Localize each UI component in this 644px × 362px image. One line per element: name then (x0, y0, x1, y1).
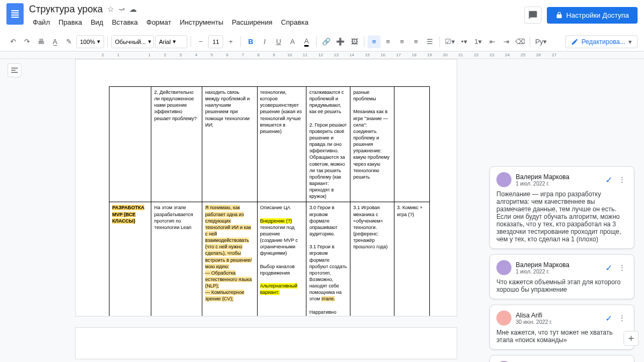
comment-card[interactable]: Alisa Arifi 30 июн. 2022 г. ✓ ⋮ Мне каже… (489, 305, 634, 350)
table-cell[interactable]: находить связь между проблемой и наилучш… (202, 87, 257, 202)
table-cell[interactable]: РАЗРАБОТКА MVP (ВСЕ КЛАССЫ) (109, 202, 151, 316)
menu-format[interactable]: Формат (143, 16, 175, 28)
highlight-button[interactable]: A (300, 35, 313, 48)
star-icon[interactable]: ☆ (107, 5, 114, 13)
input-tools-button[interactable]: Py▾ (533, 35, 548, 48)
zoom-select[interactable]: 100%▾ (76, 35, 104, 48)
align-right-button[interactable]: ≡ (396, 35, 408, 48)
insert-comment-button[interactable]: ➕ (334, 35, 347, 48)
spellcheck-button[interactable]: A̲ (48, 35, 61, 48)
undo-button[interactable]: ↶ (6, 35, 19, 48)
comment-text: Пожелание — игра про разработку алгоритм… (496, 190, 627, 243)
comment-author: Валерия Маркова (516, 173, 601, 181)
align-justify-button[interactable]: ≡ (409, 35, 422, 48)
comments-panel: Валерия Маркова 1 июл. 2022 г. ✓ ⋮ Пожел… (489, 166, 634, 362)
plus-icon (627, 334, 635, 343)
line-spacing-button[interactable]: ☰ (423, 35, 436, 48)
menu-view[interactable]: Вид (87, 16, 107, 28)
toolbar: ↶ ↷ 🖶 A̲ ✎ 100%▾ Обычный...▾ Arial▾ − 11… (0, 32, 644, 51)
table-cell[interactable]: 3.1 Игровая механика с «обучением» техно… (350, 202, 394, 316)
table-cell[interactable]: Я понимаю, как работает одна из следующи… (202, 202, 257, 316)
table-cell[interactable]: Описание ЦА Внедрение (?) технологии под… (257, 202, 306, 316)
open-comments-button[interactable] (524, 6, 541, 24)
comment-card[interactable]: Валерия Маркова 30 июн. 2022 г. (489, 355, 634, 362)
paint-format-button[interactable]: ✎ (62, 35, 75, 48)
paragraph-style-select[interactable]: Обычный...▾ (111, 35, 154, 48)
table-cell[interactable]: разные проблемы Механика как в игре "зна… (350, 87, 394, 202)
numbered-list-button[interactable]: 1▾ (472, 35, 485, 48)
text-color-button[interactable]: A (286, 35, 299, 48)
indent-increase-button[interactable]: ⇥ (500, 35, 513, 48)
menu-file[interactable]: Файл (29, 16, 54, 28)
font-select[interactable]: Arial▾ (155, 35, 187, 48)
table-cell[interactable]: технологии, которое усовершенствует реше… (257, 87, 306, 202)
comment-date: 1 июл. 2022 г. (516, 181, 601, 187)
avatar (496, 260, 511, 275)
bold-button[interactable]: B (244, 35, 257, 48)
align-left-button[interactable]: ≡ (368, 35, 380, 48)
italic-button[interactable]: I (258, 35, 271, 48)
menu-help[interactable]: Справка (277, 16, 312, 28)
menu-extensions[interactable]: Расширения (228, 16, 276, 28)
outline-icon (10, 66, 19, 75)
underline-button[interactable]: U (272, 35, 285, 48)
document-title[interactable]: Структура урока (29, 4, 103, 15)
content-table[interactable]: 2. Действительно ли предложенное нами ре… (109, 86, 430, 316)
menu-bar: Файл Правка Вид Вставка Формат Инструмен… (29, 16, 524, 28)
menu-insert[interactable]: Вставка (108, 16, 141, 28)
editing-mode-select[interactable]: Редактирова...▾ (565, 35, 638, 48)
lock-icon (555, 11, 563, 19)
font-size-increase[interactable]: + (224, 35, 237, 48)
table-cell[interactable]: На этом этапе разрабатывается прототип п… (151, 202, 202, 316)
comment-author: Alisa Arifi (516, 312, 601, 319)
insert-image-button[interactable]: 🖼 (348, 35, 361, 48)
comment-author: Валерия Маркова (516, 261, 601, 269)
table-row[interactable]: 2. Действительно ли предложенное нами ре… (109, 87, 430, 202)
comment-card[interactable]: Валерия Маркова 1 июл. 2022 г. ✓ ⋮ Пожел… (489, 166, 634, 249)
clear-formatting-button[interactable]: ⌫ (514, 35, 526, 48)
resolve-button[interactable]: ✓ (605, 175, 612, 185)
cloud-saved-icon: ☁ (129, 5, 137, 13)
table-cell[interactable]: сталкиваются с проблемой и придумывают, … (306, 87, 350, 202)
resolve-button[interactable]: ✓ (605, 263, 612, 273)
resolve-button[interactable]: ✓ (605, 313, 612, 323)
pencil-icon (571, 38, 579, 46)
share-button[interactable]: Настройки Доступа (547, 7, 638, 24)
add-comment-fab[interactable] (624, 331, 639, 346)
align-center-button[interactable]: ≡ (382, 35, 394, 48)
menu-edit[interactable]: Правка (55, 16, 86, 28)
redo-button[interactable]: ↷ (20, 35, 33, 48)
table-cell[interactable]: 2. Действительно ли предложенное нами ре… (151, 87, 202, 202)
share-label: Настройки Доступа (566, 11, 629, 19)
insert-link-button[interactable]: 🔗 (320, 35, 333, 48)
avatar (496, 311, 511, 326)
comment-more-icon[interactable]: ⋮ (617, 264, 627, 271)
checklist-button[interactable]: ☑▾ (443, 35, 457, 48)
document-page[interactable]: 2. Действительно ли предложенное нами ре… (75, 59, 457, 316)
document-page-next[interactable] (75, 327, 457, 359)
avatar (496, 172, 511, 187)
comment-more-icon[interactable]: ⋮ (617, 176, 627, 183)
horizontal-ruler[interactable]: 2112345678910111213141516171819202122232… (0, 51, 644, 59)
print-button[interactable]: 🖶 (34, 35, 47, 48)
table-cell[interactable]: 3. Комикс + игра (?) (394, 202, 429, 316)
table-row[interactable]: РАЗРАБОТКА MVP (ВСЕ КЛАССЫ) На этом этап… (109, 202, 430, 316)
document-outline-button[interactable] (8, 63, 21, 77)
comment-date: 1 июл. 2022 г. (516, 269, 601, 275)
font-size-decrease[interactable]: − (194, 35, 207, 48)
menu-tools[interactable]: Инструменты (176, 16, 227, 28)
comment-icon (528, 10, 538, 20)
comment-more-icon[interactable]: ⋮ (617, 314, 627, 322)
move-icon[interactable]: ⤻ (119, 5, 125, 13)
comment-text: Что кажется объемный этап для которого х… (496, 278, 627, 293)
comment-date: 30 июн. 2022 г. (516, 319, 601, 325)
bulleted-list-button[interactable]: •▾ (458, 35, 471, 48)
docs-app-icon[interactable] (6, 3, 24, 25)
font-size-input[interactable]: 11 (208, 35, 223, 48)
indent-decrease-button[interactable]: ⇤ (486, 35, 499, 48)
comment-text: Мне кажется, что тут может не хватать эт… (496, 329, 627, 344)
table-cell[interactable]: 3.0 Герои в игровом формате опрашивают а… (306, 202, 350, 316)
comment-card[interactable]: Валерия Маркова 1 июл. 2022 г. ✓ ⋮ Что к… (489, 254, 634, 299)
